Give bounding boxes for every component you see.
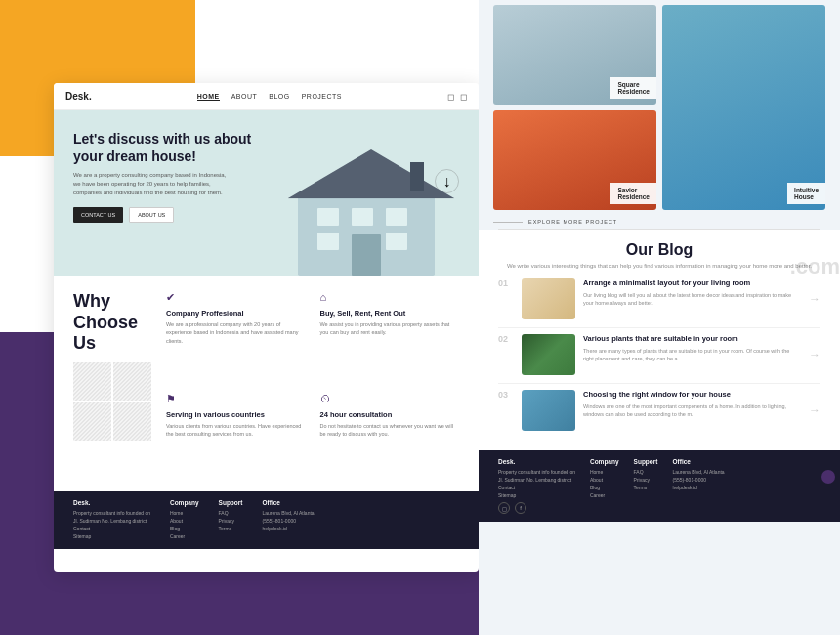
right-footer-brand-line2: Jl. Sudirman No. Lembang district [498, 477, 575, 483]
white-dot-decoration [254, 37, 264, 47]
browser-footer: Desk. Property consultant info founded o… [54, 491, 479, 549]
svg-rect-3 [352, 208, 373, 226]
blog-arrow-3[interactable]: → [809, 403, 820, 417]
blog-sep-2 [498, 383, 820, 384]
nav-projects[interactable]: PROJECTS [302, 93, 342, 101]
footer-company-about[interactable]: About [170, 518, 199, 524]
grid-cell-3 [73, 402, 111, 441]
footer-office-address: Laurena Blvd, Al Atlanta [263, 510, 315, 516]
nav-blog[interactable]: BLOG [269, 93, 289, 101]
footer-terms[interactable]: Terms [219, 526, 243, 531]
blog-item-1[interactable]: 01 Arrange a minimalist layout for your … [498, 278, 820, 319]
facebook-footer-icon[interactable]: f [515, 502, 526, 514]
about-us-button[interactable]: ABOUT US [129, 207, 174, 223]
svg-marker-1 [288, 149, 454, 198]
site-logo: Desk. [65, 91, 92, 102]
footer-company-career[interactable]: Career [170, 533, 199, 539]
blog-arrow-2[interactable]: → [809, 348, 820, 361]
footer-col-brand: Desk. Property consultant info founded o… [73, 499, 150, 541]
footer-col-company: Company Home About Blog Career [170, 499, 199, 541]
footer-sitemap-link[interactable]: Sitemap [73, 533, 150, 539]
footer-company-title: Company [170, 499, 199, 506]
right-footer-terms[interactable]: Terms [634, 485, 658, 490]
blog-content-2: Various plants that are suitable in your… [583, 334, 801, 362]
feature-1-title: Company Proffesional [166, 309, 306, 318]
footer-company-home[interactable]: Home [170, 510, 199, 516]
projects-left-col: SquareResidence SaviorResidence [493, 5, 656, 210]
contact-us-button[interactable]: CONTACT US [73, 207, 123, 223]
footer-brand-title: Desk. [73, 499, 150, 506]
nav-about[interactable]: ABOUT [231, 93, 258, 101]
footer-office-title: Office [263, 499, 315, 506]
footer-office-phone: (555)-801-0000 [263, 518, 315, 524]
footer-col-support: Support FAQ Privacy Terms [219, 499, 243, 541]
flag-icon: ⚑ [166, 393, 180, 406]
footer-privacy[interactable]: Privacy [219, 518, 243, 524]
blog-desc-3: Windows are one of the most important co… [583, 402, 801, 419]
blog-item-3[interactable]: 03 Choosing the right window for your ho… [498, 390, 820, 431]
why-decorative-grid [73, 362, 151, 441]
feature-countries: ⚑ Serving in various countries Various c… [166, 393, 306, 477]
blog-title-3: Choosing the right window for your house [583, 390, 801, 400]
blog-title-2: Various plants that are suitable in your… [583, 334, 801, 344]
svg-rect-8 [410, 162, 424, 191]
blog-arrow-1[interactable]: → [809, 292, 820, 306]
grid-cell-4 [113, 402, 151, 441]
right-footer-home[interactable]: Home [590, 469, 619, 475]
footer-support-title: Support [219, 499, 243, 506]
right-footer-blog[interactable]: Blog [590, 485, 619, 490]
hero-house-illustration [269, 135, 474, 276]
why-left-col: WhyChooseUs [73, 291, 151, 477]
nav-home[interactable]: HOME [197, 93, 220, 101]
project-card-square[interactable]: SquareResidence [493, 5, 656, 105]
right-footer-faq[interactable]: FAQ [634, 469, 658, 475]
blog-img-2 [522, 334, 575, 375]
blog-item-2[interactable]: 02 Various plants that are suitable in y… [498, 334, 820, 375]
right-footer-career[interactable]: Career [590, 492, 619, 498]
blog-subtitle: We write various interesting things that… [498, 263, 820, 269]
projects-section: SquareResidence SaviorResidence Intuitiv… [479, 0, 840, 215]
project-card-intuitive[interactable]: IntuitiveHouse [662, 5, 825, 210]
project-card-savior[interactable]: SaviorResidence [493, 110, 656, 210]
house-icon: ⌂ [320, 291, 334, 305]
svg-rect-2 [317, 208, 339, 226]
explore-more-link[interactable]: EXPLORE MORE PROJECT [528, 219, 617, 225]
feature-1-desc: We are a professional company with 20 ye… [166, 320, 306, 345]
browser-mockup: Desk. HOME ABOUT BLOG PROJECTS ◻ ◻ Let's… [54, 83, 479, 572]
instagram-icon[interactable]: ◻ [447, 92, 454, 102]
right-footer-contact[interactable]: Contact [498, 485, 575, 490]
right-footer-privacy[interactable]: Privacy [634, 477, 658, 483]
why-choose-us-section: WhyChooseUs ✔ Company Proffesional We ar… [54, 276, 479, 491]
grid-cell-2 [113, 362, 151, 401]
footer-faq[interactable]: FAQ [219, 510, 243, 516]
feature-consultation: ⏲ 24 hour consultation Do not hesitate t… [320, 393, 460, 477]
browser-nav: Desk. HOME ABOUT BLOG PROJECTS ◻ ◻ [54, 83, 479, 110]
right-footer-sitemap[interactable]: Sitemap [498, 492, 575, 498]
feature-professional: ✔ Company Proffesional We are a professi… [166, 291, 306, 383]
project-label-savior: SaviorResidence [610, 183, 656, 204]
nav-links: HOME ABOUT BLOG PROJECTS [197, 93, 342, 101]
svg-rect-7 [352, 234, 381, 276]
dot-com-watermark: .com [790, 254, 840, 279]
right-footer-about[interactable]: About [590, 477, 619, 483]
right-footer-office-title: Office [673, 458, 725, 465]
blog-desc-2: There are many types of plants that are … [583, 347, 801, 363]
footer-contact-link[interactable]: Contact [73, 526, 150, 531]
instagram-footer-icon[interactable]: ◻ [498, 502, 510, 514]
hero-description: We are a property consulting company bas… [73, 171, 230, 197]
right-footer-social-icons: ◻ f [498, 502, 575, 514]
blog-content-1: Arrange a minimalist layout for your liv… [583, 278, 801, 307]
facebook-icon[interactable]: ◻ [460, 92, 467, 102]
right-footer-phone: (555)-801-0000 [673, 477, 725, 483]
projects-right-col: IntuitiveHouse [662, 5, 825, 210]
blog-title-1: Arrange a minimalist layout for your liv… [583, 278, 801, 288]
svg-rect-5 [317, 233, 339, 250]
footer-company-blog[interactable]: Blog [170, 526, 199, 531]
right-footer-brand-title: Desk. [498, 458, 575, 465]
project-label-square: SquareResidence [610, 77, 656, 99]
feature-3-title: Serving in various countries [166, 410, 306, 419]
blog-num-2: 02 [498, 334, 514, 344]
right-footer-office: Office Laurena Blvd, Al Atlanta (555)-80… [673, 458, 725, 514]
right-footer-address: Laurena Blvd, Al Atlanta [673, 469, 725, 475]
right-footer-support-title: Support [634, 458, 658, 465]
